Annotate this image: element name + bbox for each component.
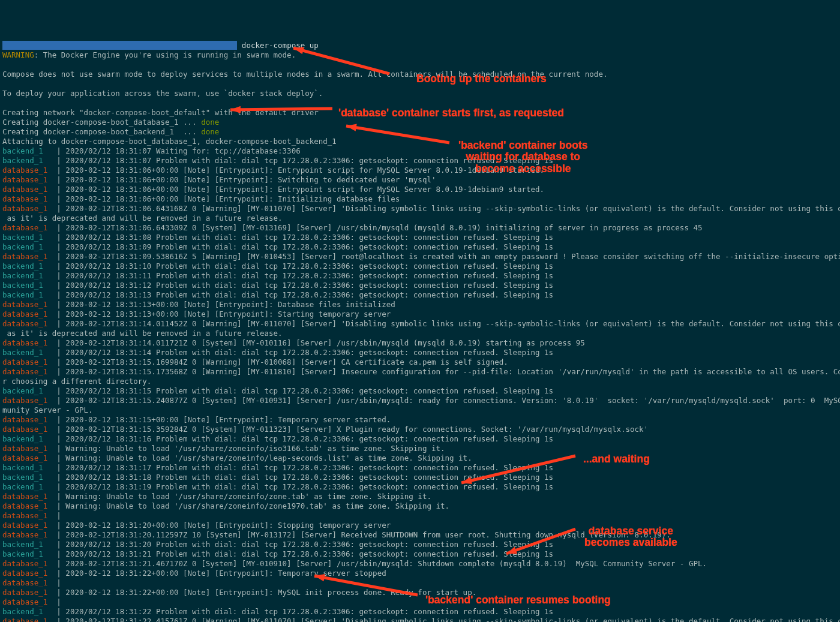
log-line: backend_1 | 2020/02/12 18:31:16 Problem …: [2, 434, 838, 444]
log-line: database_1 | 2020-02-12T18:31:06.643309Z…: [2, 223, 838, 233]
log-line: backend_1 | 2020/02/12 18:31:19 Problem …: [2, 482, 838, 492]
log-line: database_1 | 2020-02-12T18:31:14.011721Z…: [2, 338, 838, 348]
database-label: database_1: [2, 597, 47, 606]
log-line: backend_1 | 2020/02/12 18:31:21 Problem …: [2, 549, 838, 559]
annotation: Booting up the containers: [416, 72, 547, 85]
log-line: database_1 | 2020-02-12 18:31:06+00:00 […: [2, 175, 838, 185]
log-line: backend_1 | 2020/02/12 18:31:08 Problem …: [2, 233, 838, 242]
prompt-selection: [2, 41, 237, 50]
backend-label: backend_1: [2, 607, 47, 616]
backend-label: backend_1: [2, 242, 47, 251]
command-prompt[interactable]: docker-compose up: [2, 41, 838, 50]
database-label: database_1: [2, 252, 47, 261]
log-line: WARNING: The Docker Engine you're using …: [2, 50, 838, 60]
database-label: database_1: [2, 492, 47, 501]
backend-label: backend_1: [2, 281, 47, 290]
log-line: database_1 | 2020-02-12T18:31:20.112597Z…: [2, 530, 838, 540]
log-line: database_1 | Warning: Unable to load '/u…: [2, 444, 838, 453]
database-label: database_1: [2, 367, 47, 376]
database-label: database_1: [2, 223, 47, 232]
log-line: Attaching to docker-compose-boot_databas…: [2, 137, 838, 146]
backend-label: backend_1: [2, 348, 47, 357]
log-line: Creating docker-compose-boot_backend_1 .…: [2, 127, 838, 137]
warning-label: WARNING: [2, 50, 34, 59]
log-line: backend_1 | 2020/02/12 18:31:07 Waiting …: [2, 146, 838, 156]
log-line: database_1 | 2020-02-12 18:31:22+00:00 […: [2, 588, 838, 597]
log-line: backend_1 | 2020/02/12 18:31:13 Problem …: [2, 290, 838, 300]
backend-label: backend_1: [2, 156, 47, 165]
backend-label: backend_1: [2, 482, 47, 491]
log-line: [2, 60, 838, 70]
log-line: database_1 | 2020-02-12 18:31:13+00:00 […: [2, 300, 838, 310]
command-text: docker-compose up: [237, 41, 318, 50]
annotation: 'backend' container boots waiting for da…: [458, 140, 587, 175]
database-label: database_1: [2, 319, 47, 328]
log-line: database_1 | Warning: Unable to load '/u…: [2, 492, 838, 501]
database-label: database_1: [2, 425, 47, 434]
database-label: database_1: [2, 617, 47, 622]
database-label: database_1: [2, 444, 47, 453]
backend-label: backend_1: [2, 386, 47, 395]
database-label: database_1: [2, 501, 47, 510]
terminal-output: docker-compose upWARNING: The Docker Eng…: [2, 41, 838, 622]
log-line: database_1 | 2020-02-12 18:31:20+00:00 […: [2, 521, 838, 530]
database-label: database_1: [2, 357, 47, 366]
database-label: database_1: [2, 559, 47, 568]
log-line: database_1 | 2020-02-12 18:31:22+00:00 […: [2, 569, 838, 578]
log-line: database_1 | 2020-02-12T18:31:15.173568Z…: [2, 367, 838, 386]
backend-label: backend_1: [2, 290, 47, 299]
log-line: database_1 | 2020-02-12T18:31:15.240877Z…: [2, 396, 838, 415]
log-line: database_1 | Warning: Unable to load '/u…: [2, 453, 838, 463]
log-line: backend_1 | 2020/02/12 18:31:22 Problem …: [2, 607, 838, 617]
database-label: database_1: [2, 175, 47, 184]
log-line: database_1 | 2020-02-12 18:31:06+00:00 […: [2, 166, 838, 175]
backend-label: backend_1: [2, 146, 47, 155]
log-line: backend_1 | 2020/02/12 18:31:15 Problem …: [2, 386, 838, 396]
log-line: database_1 | 2020-02-12 18:31:06+00:00 […: [2, 194, 838, 204]
log-line: database_1 | 2020-02-12T18:31:15.359284Z…: [2, 425, 838, 434]
backend-label: backend_1: [2, 271, 47, 280]
log-line: To deploy your application across the sw…: [2, 89, 838, 98]
log-line: backend_1 | 2020/02/12 18:31:14 Problem …: [2, 348, 838, 357]
log-line: database_1 | 2020-02-12T18:31:06.643168Z…: [2, 204, 838, 223]
database-label: database_1: [2, 569, 47, 578]
annotation: 'database' container starts first, as re…: [338, 106, 564, 119]
database-label: database_1: [2, 588, 47, 597]
database-label: database_1: [2, 511, 47, 520]
log-line: database_1 | 2020-02-12 18:31:06+00:00 […: [2, 185, 838, 194]
log-line: database_1 | 2020-02-12T18:31:21.467170Z…: [2, 559, 838, 569]
log-line: database_1 | 2020-02-12T18:31:09.538616Z…: [2, 252, 838, 262]
database-label: database_1: [2, 204, 47, 213]
log-line: database_1 | Warning: Unable to load '/u…: [2, 501, 838, 511]
backend-label: backend_1: [2, 463, 47, 472]
backend-label: backend_1: [2, 262, 47, 271]
database-label: database_1: [2, 166, 47, 175]
backend-label: backend_1: [2, 434, 47, 443]
log-line: backend_1 | 2020/02/12 18:31:07 Problem …: [2, 156, 838, 166]
log-line: backend_1 | 2020/02/12 18:31:20 Problem …: [2, 540, 838, 549]
log-line: database_1 | 2020-02-12 18:31:13+00:00 […: [2, 310, 838, 319]
database-label: database_1: [2, 521, 47, 530]
backend-label: backend_1: [2, 549, 47, 558]
log-line: database_1 |: [2, 597, 838, 607]
status-done: done: [201, 118, 219, 127]
log-line: backend_1 | 2020/02/12 18:31:18 Problem …: [2, 473, 838, 482]
annotation: database service becomes available: [584, 525, 677, 549]
backend-label: backend_1: [2, 540, 47, 549]
log-line: backend_1 | 2020/02/12 18:31:10 Problem …: [2, 262, 838, 271]
database-label: database_1: [2, 578, 47, 587]
backend-label: backend_1: [2, 233, 47, 242]
status-done: done: [201, 127, 219, 136]
database-label: database_1: [2, 415, 47, 424]
log-line: backend_1 | 2020/02/12 18:31:17 Problem …: [2, 463, 838, 473]
database-label: database_1: [2, 300, 47, 309]
log-line: database_1 | 2020-02-12T18:31:14.011452Z…: [2, 319, 838, 338]
database-label: database_1: [2, 453, 47, 462]
log-line: database_1 | 2020-02-12T18:31:22.415761Z…: [2, 617, 838, 622]
log-line: backend_1 | 2020/02/12 18:31:11 Problem …: [2, 271, 838, 281]
log-line: backend_1 | 2020/02/12 18:31:12 Problem …: [2, 281, 838, 290]
log-line: database_1 | 2020-02-12 18:31:15+00:00 […: [2, 415, 838, 425]
log-line: database_1 |: [2, 578, 838, 588]
database-label: database_1: [2, 396, 47, 405]
database-label: database_1: [2, 310, 47, 318]
